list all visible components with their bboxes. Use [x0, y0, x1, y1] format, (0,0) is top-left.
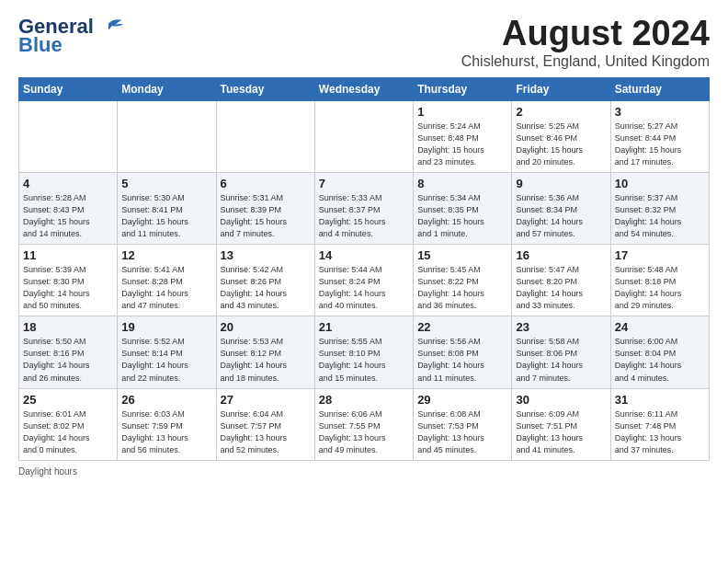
logo-bird-icon	[94, 17, 127, 35]
day-info: Sunrise: 5:58 AM Sunset: 8:06 PM Dayligh…	[516, 336, 606, 384]
day-info: Sunrise: 5:33 AM Sunset: 8:37 PM Dayligh…	[319, 192, 409, 240]
day-number: 24	[615, 320, 705, 334]
day-info: Sunrise: 6:09 AM Sunset: 7:51 PM Dayligh…	[516, 408, 606, 456]
day-number: 25	[23, 393, 113, 407]
day-info: Sunrise: 5:27 AM Sunset: 8:44 PM Dayligh…	[615, 121, 705, 168]
day-cell: 14Sunrise: 5:44 AM Sunset: 8:24 PM Dayli…	[314, 245, 413, 316]
col-header-wednesday: Wednesday	[314, 77, 413, 100]
day-info: Sunrise: 5:34 AM Sunset: 8:35 PM Dayligh…	[417, 192, 507, 240]
title-block: August 2024 Chislehurst, England, United…	[461, 15, 710, 70]
day-number: 21	[319, 320, 409, 334]
day-cell: 26Sunrise: 6:03 AM Sunset: 7:59 PM Dayli…	[118, 388, 216, 460]
logo-blue: Blue	[18, 33, 63, 57]
day-number: 16	[516, 248, 606, 262]
day-number: 18	[23, 320, 113, 334]
day-cell: 9Sunrise: 5:36 AM Sunset: 8:34 PM Daylig…	[512, 172, 610, 244]
day-info: Sunrise: 5:30 AM Sunset: 8:41 PM Dayligh…	[121, 192, 211, 240]
day-info: Sunrise: 5:25 AM Sunset: 8:46 PM Dayligh…	[516, 121, 606, 168]
day-number: 13	[221, 248, 311, 262]
day-cell: 30Sunrise: 6:09 AM Sunset: 7:51 PM Dayli…	[512, 388, 610, 460]
day-cell: 15Sunrise: 5:45 AM Sunset: 8:22 PM Dayli…	[414, 245, 512, 316]
day-info: Sunrise: 5:52 AM Sunset: 8:14 PM Dayligh…	[121, 336, 211, 384]
col-header-tuesday: Tuesday	[216, 77, 314, 100]
col-header-monday: Monday	[118, 77, 216, 100]
daylight-label: Daylight hours	[18, 466, 77, 477]
day-info: Sunrise: 6:06 AM Sunset: 7:55 PM Dayligh…	[319, 408, 409, 456]
day-info: Sunrise: 5:48 AM Sunset: 8:18 PM Dayligh…	[615, 264, 705, 312]
month-title: August 2024	[461, 15, 710, 53]
calendar-table: SundayMondayTuesdayWednesdayThursdayFrid…	[18, 77, 710, 461]
day-info: Sunrise: 6:08 AM Sunset: 7:53 PM Dayligh…	[417, 408, 507, 456]
header-row: SundayMondayTuesdayWednesdayThursdayFrid…	[19, 77, 710, 100]
day-info: Sunrise: 6:11 AM Sunset: 7:48 PM Dayligh…	[615, 408, 705, 456]
day-info: Sunrise: 5:55 AM Sunset: 8:10 PM Dayligh…	[319, 336, 409, 384]
day-number: 26	[121, 393, 211, 407]
day-number: 15	[417, 248, 507, 262]
week-row-4: 18Sunrise: 5:50 AM Sunset: 8:16 PM Dayli…	[19, 316, 710, 388]
day-number: 10	[615, 177, 705, 190]
footer: Daylight hours	[18, 466, 710, 477]
logo: General Blue	[18, 15, 127, 57]
day-info: Sunrise: 5:41 AM Sunset: 8:28 PM Dayligh…	[121, 264, 211, 312]
day-cell: 6Sunrise: 5:31 AM Sunset: 8:39 PM Daylig…	[216, 172, 314, 244]
day-cell: 22Sunrise: 5:56 AM Sunset: 8:08 PM Dayli…	[414, 316, 512, 388]
day-number: 6	[221, 177, 311, 190]
day-cell	[216, 100, 314, 172]
day-info: Sunrise: 5:53 AM Sunset: 8:12 PM Dayligh…	[221, 336, 311, 384]
day-cell: 10Sunrise: 5:37 AM Sunset: 8:32 PM Dayli…	[610, 172, 709, 244]
day-info: Sunrise: 5:50 AM Sunset: 8:16 PM Dayligh…	[23, 336, 113, 384]
week-row-5: 25Sunrise: 6:01 AM Sunset: 8:02 PM Dayli…	[19, 388, 710, 460]
day-cell: 1Sunrise: 5:24 AM Sunset: 8:48 PM Daylig…	[414, 100, 512, 172]
day-cell: 29Sunrise: 6:08 AM Sunset: 7:53 PM Dayli…	[414, 388, 512, 460]
day-info: Sunrise: 5:24 AM Sunset: 8:48 PM Dayligh…	[417, 121, 507, 168]
day-cell: 25Sunrise: 6:01 AM Sunset: 8:02 PM Dayli…	[19, 388, 118, 460]
day-cell: 24Sunrise: 6:00 AM Sunset: 8:04 PM Dayli…	[610, 316, 709, 388]
header: General Blue August 2024 Chislehurst, En…	[18, 15, 710, 70]
day-cell: 8Sunrise: 5:34 AM Sunset: 8:35 PM Daylig…	[414, 172, 512, 244]
day-info: Sunrise: 5:45 AM Sunset: 8:22 PM Dayligh…	[417, 264, 507, 312]
day-cell: 17Sunrise: 5:48 AM Sunset: 8:18 PM Dayli…	[610, 245, 709, 316]
day-cell: 18Sunrise: 5:50 AM Sunset: 8:16 PM Dayli…	[19, 316, 118, 388]
day-number: 5	[121, 177, 211, 190]
day-cell: 11Sunrise: 5:39 AM Sunset: 8:30 PM Dayli…	[19, 245, 118, 316]
day-info: Sunrise: 5:28 AM Sunset: 8:43 PM Dayligh…	[23, 192, 113, 240]
day-info: Sunrise: 5:39 AM Sunset: 8:30 PM Dayligh…	[23, 264, 113, 312]
day-cell: 13Sunrise: 5:42 AM Sunset: 8:26 PM Dayli…	[216, 245, 314, 316]
day-cell: 28Sunrise: 6:06 AM Sunset: 7:55 PM Dayli…	[314, 388, 413, 460]
day-info: Sunrise: 5:47 AM Sunset: 8:20 PM Dayligh…	[516, 264, 606, 312]
day-number: 14	[319, 248, 409, 262]
day-number: 3	[615, 105, 705, 119]
col-header-friday: Friday	[512, 77, 610, 100]
day-cell: 21Sunrise: 5:55 AM Sunset: 8:10 PM Dayli…	[314, 316, 413, 388]
day-number: 29	[417, 393, 507, 407]
day-cell: 7Sunrise: 5:33 AM Sunset: 8:37 PM Daylig…	[314, 172, 413, 244]
day-info: Sunrise: 5:31 AM Sunset: 8:39 PM Dayligh…	[221, 192, 311, 240]
day-number: 23	[516, 320, 606, 334]
day-info: Sunrise: 5:44 AM Sunset: 8:24 PM Dayligh…	[319, 264, 409, 312]
day-number: 31	[615, 393, 705, 407]
day-cell	[118, 100, 216, 172]
day-cell: 5Sunrise: 5:30 AM Sunset: 8:41 PM Daylig…	[118, 172, 216, 244]
day-info: Sunrise: 6:01 AM Sunset: 8:02 PM Dayligh…	[23, 408, 113, 456]
day-number: 7	[319, 177, 409, 190]
day-cell: 20Sunrise: 5:53 AM Sunset: 8:12 PM Dayli…	[216, 316, 314, 388]
day-cell	[314, 100, 413, 172]
location: Chislehurst, England, United Kingdom	[461, 53, 710, 70]
day-number: 2	[516, 105, 606, 119]
col-header-sunday: Sunday	[19, 77, 118, 100]
day-cell: 31Sunrise: 6:11 AM Sunset: 7:48 PM Dayli…	[610, 388, 709, 460]
day-cell: 23Sunrise: 5:58 AM Sunset: 8:06 PM Dayli…	[512, 316, 610, 388]
day-number: 17	[615, 248, 705, 262]
day-cell: 19Sunrise: 5:52 AM Sunset: 8:14 PM Dayli…	[118, 316, 216, 388]
week-row-3: 11Sunrise: 5:39 AM Sunset: 8:30 PM Dayli…	[19, 245, 710, 316]
day-number: 20	[221, 320, 311, 334]
day-cell: 4Sunrise: 5:28 AM Sunset: 8:43 PM Daylig…	[19, 172, 118, 244]
day-number: 22	[417, 320, 507, 334]
week-row-2: 4Sunrise: 5:28 AM Sunset: 8:43 PM Daylig…	[19, 172, 710, 244]
day-info: Sunrise: 5:37 AM Sunset: 8:32 PM Dayligh…	[615, 192, 705, 240]
col-header-saturday: Saturday	[610, 77, 709, 100]
day-info: Sunrise: 5:36 AM Sunset: 8:34 PM Dayligh…	[516, 192, 606, 240]
day-number: 11	[23, 248, 113, 262]
day-number: 4	[23, 177, 113, 190]
day-number: 28	[319, 393, 409, 407]
